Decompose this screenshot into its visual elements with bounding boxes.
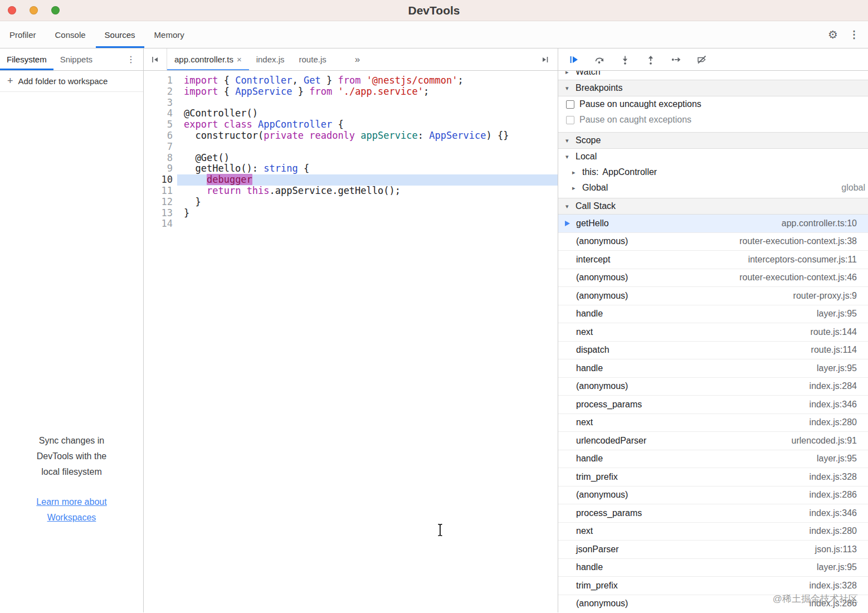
step-button[interactable] — [670, 53, 682, 66]
learn-more-workspaces-link[interactable]: Learn more about Workspaces — [30, 494, 114, 526]
tab-filesystem[interactable]: Filesystem — [0, 48, 53, 70]
frame-location: route.js:114 — [800, 345, 857, 355]
code-token: return — [207, 185, 241, 196]
frame-function-name: (anonymous) — [576, 291, 628, 301]
call-stack-frame[interactable]: nextroute.js:144 — [558, 323, 868, 342]
call-stack-frame[interactable]: handlelayer.js:95 — [558, 305, 868, 324]
call-stack-frame[interactable]: (anonymous)router-proxy.js:9 — [558, 287, 868, 305]
tab-console[interactable]: Console — [46, 21, 95, 48]
breakpoints-section-header[interactable]: ▾ Breakpoints — [558, 80, 868, 96]
scope-global-row[interactable]: ▸ Global global — [558, 180, 868, 196]
call-stack-section-header[interactable]: ▾ Call Stack — [558, 198, 868, 215]
call-stack-frame[interactable]: (anonymous)router-execution-context.js:3… — [558, 233, 868, 251]
toggle-debugger-sidebar-button[interactable] — [540, 48, 558, 70]
file-tab-route-js[interactable]: route.js — [292, 48, 334, 70]
close-tab-icon[interactable]: × — [237, 55, 242, 64]
call-stack-frame[interactable]: process_paramsindex.js:346 — [558, 396, 868, 414]
tab-snippets[interactable]: Snippets — [53, 48, 99, 70]
file-tab-index-js[interactable]: index.js — [249, 48, 292, 70]
line-number[interactable]: 1 — [144, 75, 173, 86]
call-stack-frame[interactable]: nextindex.js:280 — [558, 523, 868, 541]
call-stack-frame[interactable]: process_paramsindex.js:346 — [558, 504, 868, 523]
line-number[interactable]: 9 — [144, 163, 173, 174]
call-stack-frame[interactable]: handlelayer.js:95 — [558, 359, 868, 378]
code-line: @Controller() — [177, 108, 558, 119]
scope-this-row[interactable]: ▸ this: AppController — [558, 164, 868, 180]
line-number[interactable]: 14 — [144, 218, 173, 230]
line-number[interactable]: 12 — [144, 197, 173, 208]
main-toolbar: Profiler Console Sources Memory ⚙ ⋮ — [0, 21, 868, 48]
step-over-button[interactable] — [593, 53, 606, 66]
call-stack-frame[interactable]: interceptinterceptors-consumer.js:11 — [558, 251, 868, 269]
active-frame-arrow-icon — [565, 221, 573, 226]
line-number[interactable]: 13 — [144, 208, 173, 219]
call-stack-frame[interactable]: getHelloapp.controller.ts:10 — [558, 215, 868, 233]
code-token: '@nestjs/common' — [367, 75, 458, 86]
call-stack-frame[interactable]: (anonymous)index.js:284 — [558, 378, 868, 396]
close-window-button[interactable] — [8, 6, 16, 14]
call-stack-frame[interactable]: jsonParserjson.js:113 — [558, 541, 868, 559]
line-number[interactable]: 7 — [144, 142, 173, 153]
tab-profiler[interactable]: Profiler — [1, 21, 45, 48]
frame-location: index.js:284 — [798, 381, 857, 391]
minimize-window-button[interactable] — [30, 6, 38, 14]
pause-on-uncaught-row[interactable]: Pause on uncaught exceptions — [558, 96, 868, 112]
more-tabs-chevron[interactable]: » — [349, 48, 365, 70]
resume-script-button[interactable] — [568, 53, 580, 66]
code-token: } — [184, 207, 189, 218]
line-number[interactable]: 10 — [144, 174, 173, 186]
execution-line: debugger — [177, 174, 558, 186]
code-line: } — [177, 197, 558, 208]
call-stack-frame[interactable]: trim_prefixindex.js:328 — [558, 577, 868, 595]
pause-caught-checkbox[interactable] — [566, 116, 574, 124]
call-stack-frame[interactable]: (anonymous)index.js:286 — [558, 486, 868, 505]
watch-section-header[interactable]: ▸ Watch — [558, 71, 868, 80]
tab-memory[interactable]: Memory — [145, 21, 193, 48]
file-tab-app-controller-ts[interactable]: app.controller.ts × — [167, 48, 249, 70]
chevron-down-icon: ▾ — [565, 153, 572, 160]
call-stack-frame[interactable]: nextindex.js:280 — [558, 414, 868, 432]
call-stack-frame[interactable]: dispatchroute.js:114 — [558, 342, 868, 360]
zoom-window-button[interactable] — [51, 6, 60, 14]
more-options-kebab-icon[interactable]: ⋮ — [849, 28, 859, 41]
step-out-button[interactable] — [645, 53, 657, 66]
call-stack-frame[interactable]: trim_prefixindex.js:328 — [558, 468, 868, 486]
pause-uncaught-checkbox[interactable] — [566, 100, 574, 109]
scope-section: ▾ Local ▸ this: AppController ▸ Global g… — [558, 149, 868, 198]
call-stack-frame[interactable]: (anonymous)router-execution-context.js:4… — [558, 269, 868, 288]
chevron-down-icon: ▾ — [565, 203, 572, 210]
toggle-navigator-button[interactable] — [144, 48, 167, 70]
deactivate-breakpoints-button[interactable] — [696, 53, 708, 66]
tab-sources[interactable]: Sources — [96, 21, 144, 48]
frame-location: layer.js:95 — [806, 454, 857, 464]
scope-section-header[interactable]: ▾ Scope — [558, 132, 868, 149]
line-number[interactable]: 6 — [144, 130, 173, 142]
code-token: AppController — [258, 119, 332, 130]
step-into-button[interactable] — [619, 53, 631, 66]
frame-location: index.js:328 — [798, 581, 857, 591]
line-number[interactable]: 8 — [144, 153, 173, 164]
call-stack-frame[interactable]: (anonymous)index.js:286 — [558, 595, 868, 613]
pause-on-caught-row[interactable]: Pause on caught exceptions — [558, 112, 868, 128]
scope-local-row[interactable]: ▾ Local — [558, 149, 868, 164]
frame-function-name: next — [576, 327, 593, 337]
call-stack-frame[interactable]: handlelayer.js:95 — [558, 450, 868, 469]
call-stack-frame[interactable]: urlencodedParserurlencoded.js:91 — [558, 432, 868, 450]
code-editor[interactable]: 1234567891011121314 import { Controller,… — [144, 71, 558, 612]
call-stack-frame[interactable]: handlelayer.js:95 — [558, 559, 868, 577]
chevron-right-icon: ▸ — [572, 184, 578, 192]
navigator-kebab-icon[interactable]: ⋮ — [126, 48, 143, 70]
line-number[interactable]: 11 — [144, 186, 173, 197]
window-controls — [8, 6, 60, 14]
line-number[interactable]: 4 — [144, 108, 173, 119]
code-token: readonly — [309, 130, 355, 141]
settings-gear-icon[interactable]: ⚙ — [828, 28, 838, 41]
line-number[interactable]: 5 — [144, 119, 173, 130]
line-number[interactable]: 2 — [144, 86, 173, 98]
code-line: } — [177, 208, 558, 219]
breakpoints-label: Breakpoints — [576, 83, 623, 93]
add-folder-button[interactable]: + Add folder to workspace — [0, 71, 143, 92]
line-number[interactable]: 3 — [144, 98, 173, 109]
code-line: import { Controller, Get } from '@nestjs… — [177, 75, 558, 86]
scope-global-label: Global — [582, 183, 608, 193]
